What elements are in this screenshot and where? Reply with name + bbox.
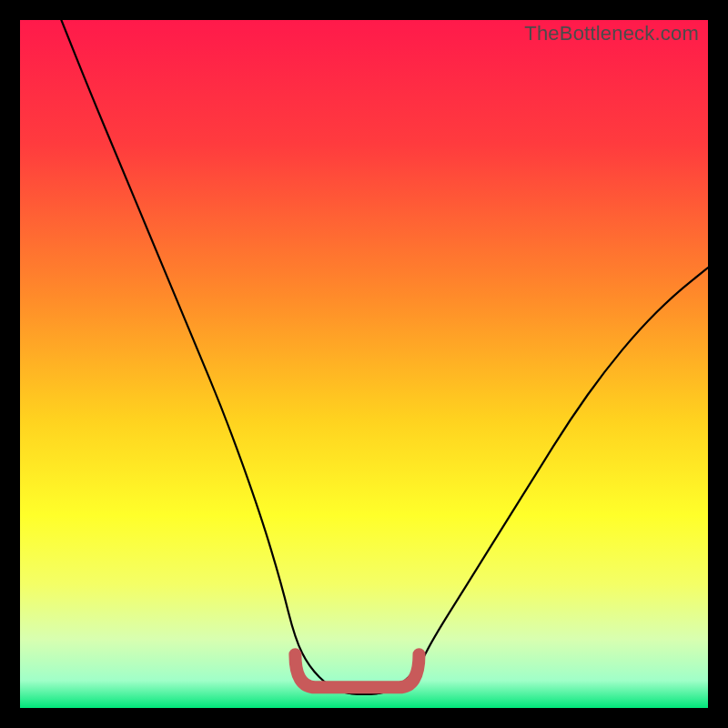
plot-area: TheBottleneck.com <box>20 20 708 708</box>
chart-frame: TheBottleneck.com <box>0 0 728 728</box>
curve-layer <box>20 20 708 708</box>
watermark-text: TheBottleneck.com <box>524 22 699 46</box>
bottleneck-curve <box>61 20 708 694</box>
